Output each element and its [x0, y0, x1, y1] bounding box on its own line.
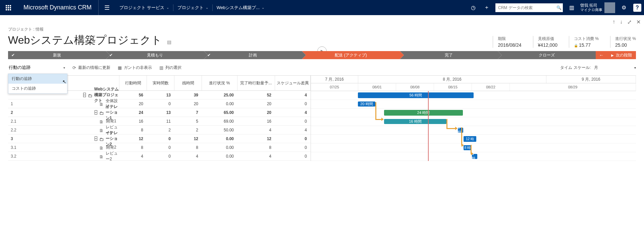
arrow-icon [381, 118, 384, 121]
file-icon: 🗎 [99, 146, 104, 150]
toggle-gantt-button[interactable]: ▦ガントの非表示 [118, 65, 152, 71]
col-eac[interactable]: 完了時行動量予... [237, 76, 275, 90]
filter-icon[interactable]: ▥ [565, 0, 578, 15]
cell-eac: 4 [237, 154, 275, 159]
gantt-bar-project[interactable]: 56 時間 [358, 92, 474, 98]
collapse-toggle[interactable]: − [83, 93, 86, 97]
arrow-icon [455, 127, 458, 130]
folder-icon: 🗀 [88, 93, 92, 97]
nav-area[interactable]: プロジェクト サービス⌄ [115, 0, 173, 15]
gantt-bar-task[interactable]: 16 時間 [384, 119, 446, 124]
task-name-text: レビュー2 [106, 151, 119, 161]
cell-effort: 56 [119, 93, 147, 97]
gantt-week: 08/29 [510, 83, 636, 91]
clock-icon[interactable]: ◷ [467, 0, 480, 15]
table-row[interactable]: 2−🗀イテレーション12413765.00204 [8, 108, 311, 117]
stage-complete[interactable]: 完了 [400, 51, 498, 59]
task-name-text: 開発1 [106, 118, 116, 124]
gantt-chart[interactable]: 7 月, 2016 8 月, 2016 9 月, 2016 07/25 08/0… [311, 76, 636, 161]
stage-new[interactable]: ✔新規 [8, 51, 106, 59]
waffle-icon[interactable] [0, 0, 17, 15]
stage-deliver[interactable]: 配送 (アクティブ) [302, 51, 400, 59]
table-row[interactable]: 3−🗀イテレーション2120120.00120 [8, 134, 311, 143]
nav-up-icon[interactable]: ↑ [612, 19, 615, 25]
cell-effort: 20 [119, 101, 147, 106]
view-selector-input[interactable] [8, 65, 56, 71]
column-chooser-button[interactable]: ▥列の選択 [159, 65, 181, 71]
cell-variance: 4 [275, 93, 311, 97]
global-search[interactable]: 🔍 [495, 3, 563, 12]
cell-effort: 24 [119, 110, 147, 115]
help-icon[interactable]: ? [631, 0, 644, 15]
cell-variance: 4 [275, 110, 311, 115]
gear-icon[interactable]: ⚙ [617, 0, 631, 15]
add-icon[interactable]: ＋ [480, 0, 493, 15]
gantt-bar-task[interactable]: 20 時間 [358, 101, 375, 107]
cell-eac: 4 [237, 128, 275, 132]
close-icon[interactable]: ✕ [636, 19, 641, 25]
col-remaining[interactable]: 残時間 [174, 76, 202, 90]
arrow-icon [462, 144, 464, 147]
gantt-bar-task[interactable]: 8 時 [458, 128, 463, 133]
cell-variance: 4 [275, 128, 311, 132]
chevron-down-icon[interactable]: ▾ [63, 66, 65, 70]
metric-value: 2016/08/24 [498, 42, 521, 48]
cell-eac: 20 [237, 101, 275, 106]
stage-plan[interactable]: ✔計画 [204, 51, 302, 59]
tracking-toolbar: ▾ 行動の追跡 コストの追跡 ↖ ⟳最新の情報に更新 ▦ガントの非表示 ▥列の選… [8, 63, 636, 73]
stage-label: クローズ [539, 52, 555, 58]
svg-rect-3 [6, 7, 7, 8]
cell-id: 3 [8, 136, 44, 141]
table-row[interactable]: 3.2🗎レビュー24040.0040 [8, 152, 311, 161]
col-effort[interactable]: 行動時間 [119, 76, 147, 90]
search-icon[interactable]: 🔍 [556, 5, 561, 10]
collapse-toggle[interactable]: − [95, 136, 97, 141]
search-input[interactable] [497, 5, 556, 10]
cell-remaining: 4 [174, 154, 202, 159]
nav-record[interactable]: Webシステム構築プ...⌄ [213, 0, 268, 15]
next-stage-back-button[interactable]: ← [596, 51, 607, 59]
next-stage-button[interactable]: ▶次の段階 [607, 51, 636, 59]
gantt-lane: 4 時 [311, 152, 636, 161]
cell-name: 🗎開発2 [44, 145, 119, 150]
check-icon: ✔ [11, 53, 15, 57]
user-menu[interactable]: 曽我 拓司 マイクロ商事 [578, 2, 617, 13]
metric-value: 🔒15.77 [574, 42, 599, 48]
cell-id: 2 [8, 110, 44, 115]
refresh-button[interactable]: ⟳最新の情報に更新 [72, 65, 110, 71]
stage-close[interactable]: クローズ [498, 51, 596, 59]
stage-estimate[interactable]: ✔見積もり [106, 51, 204, 59]
col-progress[interactable]: 進行状況 % [202, 76, 237, 90]
popout-icon[interactable]: ⤢ [627, 19, 632, 25]
chevron-down-icon[interactable]: ▾ [634, 66, 636, 70]
dropdown-item-effort[interactable]: 行動の追跡 [8, 74, 67, 84]
timescale-value: 月 [594, 65, 631, 71]
folder-icon: 🗀 [99, 137, 104, 141]
nav-down-icon[interactable]: ↓ [620, 19, 623, 25]
cell-id: 2.2 [8, 128, 44, 132]
svg-rect-2 [10, 5, 11, 6]
tracking-view-selector[interactable]: ▾ 行動の追跡 コストの追跡 ↖ [8, 65, 65, 71]
user-company: マイクロ商事 [580, 8, 602, 12]
form-selector-icon[interactable]: ▤ [167, 39, 171, 45]
gantt-icon: ▦ [118, 65, 122, 70]
gantt-bar-summary[interactable]: 12 時 [464, 136, 476, 142]
gantt-bar-summary[interactable]: 24 時間 [384, 110, 463, 116]
col-actual[interactable]: 実時間数 [147, 76, 174, 90]
metric-label: 進行状況 % [615, 36, 636, 42]
svg-rect-6 [6, 9, 7, 10]
col-variance[interactable]: スケジュール差異 [275, 76, 311, 90]
cell-id: 3.1 [8, 145, 44, 150]
gantt-link [375, 102, 376, 120]
brand-title[interactable]: Microsoft Dynamics CRM [17, 0, 99, 15]
chevron-down-icon: ⌄ [262, 6, 264, 9]
cell-name: 🗎レビュー2 [44, 151, 119, 161]
next-stage-label: 次の段階 [616, 52, 632, 58]
metric-label: 期限 [498, 36, 521, 42]
collapse-toggle[interactable]: − [95, 110, 97, 115]
cell-effort: 12 [119, 136, 147, 141]
dropdown-item-cost[interactable]: コストの追跡 [8, 84, 67, 93]
stage-label: 完了 [445, 52, 453, 58]
sitemap-toggle-icon[interactable]: ☰ [99, 4, 115, 11]
nav-entity[interactable]: プロジェクト⌄ [173, 0, 212, 15]
